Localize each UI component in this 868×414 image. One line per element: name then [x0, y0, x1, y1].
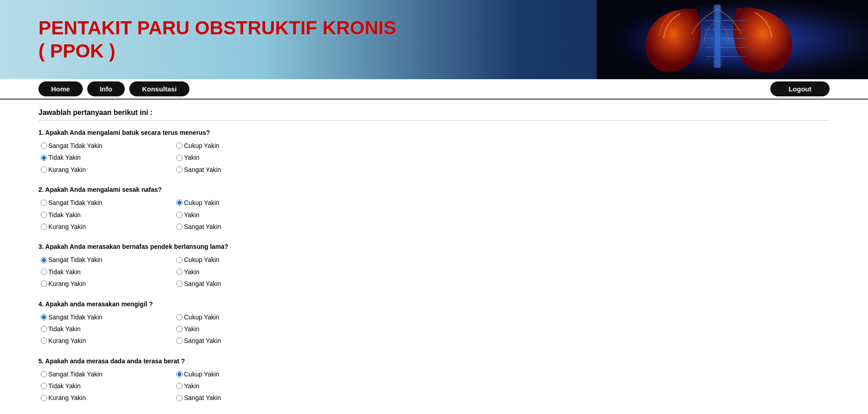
question-3-option-label-ky: Kurang Yakin: [48, 279, 86, 289]
question-2-option-y[interactable]: Yakin: [176, 210, 312, 220]
question-4-option-y[interactable]: Yakin: [176, 324, 312, 334]
navbar: Home Info Konsultasi Logout: [0, 79, 868, 100]
question-2-radio-y[interactable]: [176, 212, 183, 218]
question-3-option-cy[interactable]: Cukup Yakin: [176, 255, 312, 265]
question-3-text: 3. Apakah Anda merasakan bernafas pendek…: [38, 243, 830, 250]
question-5-option-label-ky: Kurang Yakin: [48, 393, 86, 403]
svg-rect-3: [715, 5, 720, 68]
question-2-option-sy[interactable]: Sangat Yakin: [176, 222, 312, 232]
questions-container: 1. Apakah Anda mengalami batuk secara te…: [38, 129, 830, 403]
question-5-option-label-cy: Cukup Yakin: [184, 369, 219, 379]
question-2-option-sty[interactable]: Sangat Tidak Yakin: [41, 198, 176, 208]
question-1-radio-sty[interactable]: [41, 143, 47, 149]
question-3-option-label-sy: Sangat Yakin: [184, 279, 221, 289]
question-5-radio-ty[interactable]: [41, 383, 47, 389]
question-3-radio-sy[interactable]: [176, 281, 183, 287]
question-1-option-y[interactable]: Yakin: [176, 152, 312, 162]
question-5-radio-ky[interactable]: [41, 395, 47, 401]
question-5-option-label-y: Yakin: [184, 381, 199, 391]
question-5-option-y[interactable]: Yakin: [176, 381, 312, 391]
question-5-radio-cy[interactable]: [176, 371, 183, 377]
question-2-radio-sty[interactable]: [41, 200, 47, 206]
question-2-option-cy[interactable]: Cukup Yakin: [176, 198, 312, 208]
question-3-options: Sangat Tidak YakinCukup YakinTidak Yakin…: [41, 255, 830, 289]
question-3-radio-ky[interactable]: [41, 281, 47, 287]
question-3-option-sty[interactable]: Sangat Tidak Yakin: [41, 255, 176, 265]
question-4: 4. Apakah anda merasakan mengigil ?Sanga…: [38, 300, 830, 346]
question-2-option-label-sy: Sangat Yakin: [184, 222, 221, 232]
question-3-option-sy[interactable]: Sangat Yakin: [176, 279, 312, 289]
question-5: 5. Apakah anda merasa dada anda terasa b…: [38, 357, 830, 403]
question-2-radio-ty[interactable]: [41, 212, 47, 218]
question-2-option-label-cy: Cukup Yakin: [184, 198, 219, 208]
question-3-option-label-ty: Tidak Yakin: [48, 267, 80, 277]
question-1-option-ky[interactable]: Kurang Yakin: [41, 165, 176, 175]
question-3-option-y[interactable]: Yakin: [176, 267, 312, 277]
info-button[interactable]: Info: [87, 81, 125, 96]
question-5-option-sty[interactable]: Sangat Tidak Yakin: [41, 369, 176, 379]
question-4-radio-cy[interactable]: [176, 314, 183, 320]
question-5-options: Sangat Tidak YakinCukup YakinTidak Yakin…: [41, 369, 830, 403]
question-5-text: 5. Apakah anda merasa dada anda terasa b…: [38, 357, 830, 365]
question-1-radio-cy[interactable]: [176, 143, 183, 149]
lung-illustration: [597, 0, 868, 79]
question-4-radio-ky[interactable]: [41, 338, 47, 344]
question-3-radio-cy[interactable]: [176, 257, 183, 263]
question-4-radio-sy[interactable]: [176, 338, 183, 344]
question-4-option-ty[interactable]: Tidak Yakin: [41, 324, 176, 334]
logout-button[interactable]: Logout: [770, 81, 830, 96]
header: PENTAKIT PARU OBSTRUKTIF KRONIS ( PPOK ): [0, 0, 868, 79]
question-2-option-label-ty: Tidak Yakin: [48, 210, 80, 220]
question-2-option-ty[interactable]: Tidak Yakin: [41, 210, 176, 220]
question-3-radio-sty[interactable]: [41, 257, 47, 263]
konsultasi-button[interactable]: Konsultasi: [129, 81, 189, 96]
question-1-radio-y[interactable]: [176, 155, 183, 161]
question-1: 1. Apakah Anda mengalami batuk secara te…: [38, 129, 830, 175]
content-area: Jawablah pertanyaan berikut ini : 1. Apa…: [0, 100, 868, 414]
question-3-option-ty[interactable]: Tidak Yakin: [41, 267, 176, 277]
question-4-option-label-sty: Sangat Tidak Yakin: [48, 312, 102, 322]
question-1-option-sy[interactable]: Sangat Yakin: [176, 165, 312, 175]
question-1-option-ty[interactable]: Tidak Yakin: [41, 152, 176, 162]
question-5-radio-sy[interactable]: [176, 395, 183, 401]
question-1-option-cy[interactable]: Cukup Yakin: [176, 141, 312, 151]
question-5-option-sy[interactable]: Sangat Yakin: [176, 393, 312, 403]
question-3: 3. Apakah Anda merasakan bernafas pendek…: [38, 243, 830, 289]
question-2-option-label-sty: Sangat Tidak Yakin: [48, 198, 102, 208]
question-3-option-ky[interactable]: Kurang Yakin: [41, 279, 176, 289]
question-4-radio-ty[interactable]: [41, 326, 47, 332]
question-2-radio-cy[interactable]: [176, 200, 183, 206]
question-1-option-label-ty: Tidak Yakin: [48, 152, 80, 162]
question-1-option-sty[interactable]: Sangat Tidak Yakin: [41, 141, 176, 151]
question-3-radio-y[interactable]: [176, 269, 183, 275]
question-2-option-ky[interactable]: Kurang Yakin: [41, 222, 176, 232]
question-5-radio-sty[interactable]: [41, 371, 47, 377]
question-4-radio-y[interactable]: [176, 326, 183, 332]
question-1-option-label-y: Yakin: [184, 152, 199, 162]
question-2-radio-sy[interactable]: [176, 224, 183, 230]
question-4-radio-sty[interactable]: [41, 314, 47, 320]
question-4-option-sty[interactable]: Sangat Tidak Yakin: [41, 312, 176, 322]
question-4-option-label-ky: Kurang Yakin: [48, 336, 86, 346]
question-4-option-cy[interactable]: Cukup Yakin: [176, 312, 312, 322]
question-4-option-sy[interactable]: Sangat Yakin: [176, 336, 312, 346]
question-4-option-label-y: Yakin: [184, 324, 199, 334]
home-button[interactable]: Home: [38, 81, 83, 96]
question-4-option-ky[interactable]: Kurang Yakin: [41, 336, 176, 346]
question-5-option-ky[interactable]: Kurang Yakin: [41, 393, 176, 403]
question-1-options: Sangat Tidak YakinCukup YakinTidak Yakin…: [41, 141, 830, 175]
question-3-radio-ty[interactable]: [41, 269, 47, 275]
question-1-radio-sy[interactable]: [176, 167, 183, 173]
question-3-option-label-sty: Sangat Tidak Yakin: [48, 255, 102, 265]
question-2-radio-ky[interactable]: [41, 224, 47, 230]
question-2: 2. Apakah Anda mengalami sesak nafas?San…: [38, 186, 830, 232]
question-3-option-label-y: Yakin: [184, 267, 199, 277]
question-1-radio-ky[interactable]: [41, 167, 47, 173]
question-5-option-cy[interactable]: Cukup Yakin: [176, 369, 312, 379]
question-1-option-label-sty: Sangat Tidak Yakin: [48, 141, 102, 151]
question-5-option-ty[interactable]: Tidak Yakin: [41, 381, 176, 391]
question-5-radio-y[interactable]: [176, 383, 183, 389]
question-2-text: 2. Apakah Anda mengalami sesak nafas?: [38, 186, 830, 193]
question-1-radio-ty[interactable]: [41, 155, 47, 161]
question-4-options: Sangat Tidak YakinCukup YakinTidak Yakin…: [41, 312, 830, 346]
